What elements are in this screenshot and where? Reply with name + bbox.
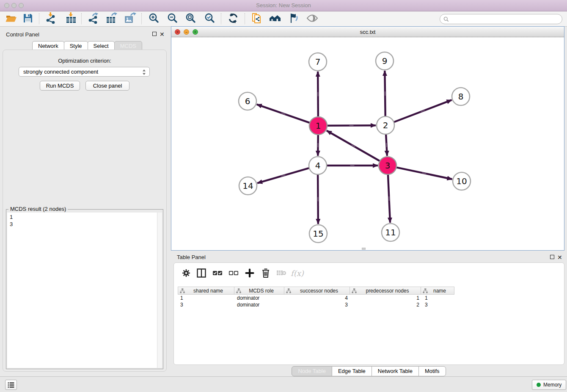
node-label-9: 9 bbox=[382, 56, 388, 66]
criterion-select-value: strongly connected component bbox=[23, 69, 98, 75]
function-builder-icon[interactable]: f(x) bbox=[291, 268, 304, 278]
export-image-icon[interactable] bbox=[124, 12, 136, 24]
task-history-button[interactable] bbox=[5, 380, 17, 390]
column-type-icon bbox=[180, 288, 185, 293]
home-layout-icon[interactable] bbox=[269, 12, 281, 24]
network-graph[interactable]: 7968124314101511 bbox=[171, 37, 564, 250]
cell[interactable]: 3 bbox=[178, 301, 235, 308]
network-minimize-button[interactable]: – bbox=[184, 29, 189, 35]
status-bar: Memory bbox=[0, 376, 567, 392]
toolbar-separator bbox=[245, 13, 245, 24]
search-input[interactable] bbox=[449, 15, 562, 23]
delete-table-icon[interactable] bbox=[276, 268, 286, 278]
cell[interactable]: dominator bbox=[235, 295, 285, 301]
node-label-6: 6 bbox=[245, 96, 250, 106]
zoom-in-icon[interactable] bbox=[148, 12, 160, 24]
table-panel-close-icon[interactable]: ✕ bbox=[557, 255, 562, 260]
cell[interactable]: 1 bbox=[423, 295, 457, 301]
tab-motifs[interactable]: Motifs bbox=[418, 366, 446, 376]
column-settings-gear-icon[interactable] bbox=[182, 268, 191, 278]
open-file-icon[interactable] bbox=[5, 12, 17, 24]
network-close-button[interactable]: ✕ bbox=[175, 29, 180, 35]
search-icon bbox=[443, 17, 449, 22]
network-window-title: scc.txt bbox=[171, 27, 564, 37]
cell[interactable]: 3 bbox=[285, 301, 351, 308]
column-type-icon bbox=[286, 288, 291, 293]
column-header-name[interactable]: name bbox=[421, 287, 454, 295]
search-field[interactable] bbox=[440, 14, 562, 24]
node-label-14: 14 bbox=[242, 181, 253, 191]
refresh-icon[interactable] bbox=[227, 12, 239, 24]
show-columns-icon[interactable] bbox=[197, 268, 206, 278]
column-type-icon bbox=[236, 288, 241, 293]
cell[interactable]: 3 bbox=[423, 301, 457, 308]
tab-style[interactable]: Style bbox=[64, 41, 88, 50]
toolbar-separator bbox=[39, 13, 39, 24]
export-network-icon[interactable] bbox=[87, 12, 99, 24]
tab-network-table[interactable]: Network Table bbox=[372, 366, 419, 376]
network-view-window: scc.txt ✕ – + 7968124314101511 bbox=[171, 26, 564, 251]
cell[interactable]: 1 bbox=[178, 295, 235, 301]
run-mcds-button[interactable]: Run MCDS bbox=[40, 81, 80, 91]
mcds-result-text[interactable]: 1 3 bbox=[7, 213, 158, 368]
add-row-plus-icon[interactable] bbox=[245, 268, 254, 278]
optimization-criterion-label: Optimization criterion: bbox=[0, 58, 169, 64]
table-tabs: Node TableEdge TableNetwork TableMotifs bbox=[171, 366, 567, 376]
select-all-columns-icon[interactable] bbox=[212, 268, 223, 278]
node-label-3: 3 bbox=[385, 160, 391, 171]
zoom-selected-icon[interactable] bbox=[204, 12, 216, 24]
close-panel-button[interactable]: Close panel bbox=[85, 81, 129, 91]
import-table-icon[interactable] bbox=[65, 12, 77, 24]
app-title: Session: New Session bbox=[0, 0, 567, 11]
toolbar-separator bbox=[81, 13, 82, 24]
table-header-row: shared nameMCDS rolesuccessor nodesprede… bbox=[178, 287, 454, 295]
control-panel-close-icon[interactable]: ✕ bbox=[160, 32, 165, 37]
memory-button[interactable]: Memory bbox=[532, 380, 566, 390]
control-panel: Control Panel ✕ NetworkStyleSelectMCDS O… bbox=[0, 28, 169, 374]
node-label-15: 15 bbox=[313, 229, 323, 239]
tab-select[interactable]: Select bbox=[88, 41, 115, 50]
network-window-titlebar[interactable]: scc.txt ✕ – + bbox=[171, 27, 564, 37]
unselect-all-columns-icon[interactable] bbox=[228, 268, 239, 278]
column-header-successor-nodes[interactable]: successor nodes bbox=[284, 287, 350, 295]
network-scroll-handle[interactable] bbox=[362, 248, 366, 250]
column-header-MCDS-role[interactable]: MCDS role bbox=[234, 287, 284, 295]
tab-edge-table[interactable]: Edge Table bbox=[332, 366, 372, 376]
save-session-icon[interactable] bbox=[22, 12, 34, 24]
delete-row-trash-icon[interactable] bbox=[261, 268, 270, 278]
table-panel-title: Table Panel bbox=[177, 254, 206, 260]
table-row[interactable]: 3dominator323 bbox=[178, 301, 457, 308]
main-toolbar bbox=[0, 11, 567, 27]
control-panel-tabs: NetworkStyleSelectMCDS bbox=[33, 41, 142, 50]
new-network-icon[interactable] bbox=[251, 12, 263, 24]
table-row[interactable]: 1dominator411 bbox=[178, 295, 457, 301]
control-panel-title: Control Panel bbox=[6, 31, 39, 38]
zoom-out-icon[interactable] bbox=[167, 12, 179, 24]
node-label-1: 1 bbox=[316, 121, 321, 131]
tab-node-table[interactable]: Node Table bbox=[292, 366, 332, 376]
show-graphics-eye-icon[interactable] bbox=[306, 12, 318, 24]
control-panel-float-button[interactable] bbox=[152, 32, 157, 36]
table-panel-float-button[interactable] bbox=[550, 255, 554, 259]
tab-mcds[interactable]: MCDS bbox=[114, 41, 142, 50]
table-body: 1dominator4113dominator323 bbox=[178, 295, 457, 308]
memory-status-dot bbox=[537, 383, 541, 387]
zoom-fit-icon[interactable] bbox=[185, 12, 197, 24]
export-table-icon[interactable] bbox=[106, 12, 118, 24]
column-header-shared-name[interactable]: shared name bbox=[178, 287, 234, 295]
hide-graphics-icon[interactable] bbox=[288, 12, 300, 24]
network-zoom-button[interactable]: + bbox=[193, 29, 198, 35]
table-panel: Table Panel ✕ f(x) shared nameMCDS roles… bbox=[171, 252, 567, 376]
tab-network[interactable]: Network bbox=[32, 41, 64, 50]
mcds-result-scrollbar[interactable] bbox=[157, 213, 162, 368]
cell[interactable]: dominator bbox=[235, 301, 285, 308]
memory-button-label: Memory bbox=[543, 382, 561, 388]
criterion-select[interactable]: strongly connected component bbox=[19, 67, 150, 77]
app-titlebar: Session: New Session bbox=[0, 0, 567, 11]
import-network-icon[interactable] bbox=[45, 12, 57, 24]
column-header-predecessor-nodes[interactable]: predecessor nodes bbox=[350, 287, 421, 295]
cell[interactable]: 4 bbox=[285, 295, 351, 301]
cell[interactable]: 2 bbox=[351, 301, 423, 308]
cell[interactable]: 1 bbox=[351, 295, 423, 301]
node-label-7: 7 bbox=[315, 57, 321, 67]
